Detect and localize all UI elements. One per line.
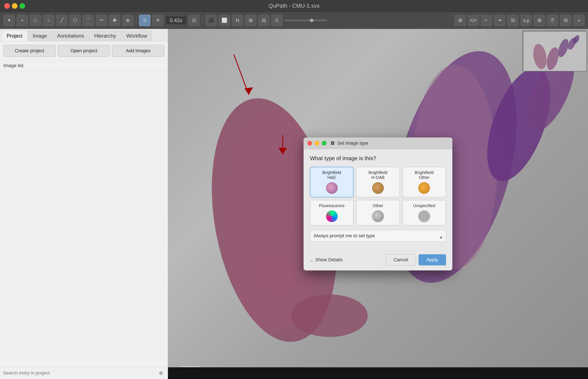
create-project-button[interactable]: Create project (3, 45, 56, 57)
add-images-button[interactable]: Add images (112, 45, 164, 57)
dialog-title-icon: 🖼 (331, 141, 335, 145)
zoom-fit[interactable]: ⊡ (188, 15, 200, 26)
coord-tool[interactable]: x,y (520, 15, 532, 26)
dialog-titlebar: 🖼 Set image type (304, 138, 452, 149)
left-content (0, 71, 168, 367)
type-hdab-label: BrightfieldH-DAB (369, 170, 388, 180)
more-tool[interactable]: » (573, 15, 585, 26)
dialog-max-button[interactable] (322, 141, 327, 145)
dialog-close-button[interactable] (307, 141, 312, 145)
rectangle-tool[interactable]: □ (30, 15, 41, 26)
dialog-footer: ⌄ Show Details Cancel Apply (304, 254, 452, 270)
type-fluorescence[interactable]: Fluorescence (310, 200, 354, 226)
pointer-tool[interactable]: ✦ (3, 15, 15, 26)
main-layout: Project Image Annotations Hierarchy Work… (0, 29, 588, 379)
image-list-label: Image list (0, 60, 168, 71)
ellipse-tool[interactable]: ○ (43, 15, 54, 26)
maximize-button[interactable] (19, 3, 25, 9)
type-unspec-icon (418, 210, 430, 222)
image-type-grid: BrightfieldH&E BrightfieldH-DAB Brightfi… (310, 167, 446, 226)
left-panel: Project Image Annotations Hierarchy Work… (0, 29, 168, 379)
polygon-tool[interactable]: ⬡ (69, 15, 81, 26)
image-area: 2 mm 🖼 Set image type What type of image… (168, 29, 588, 379)
close-button[interactable] (4, 3, 10, 9)
type-bother[interactable]: BrightfieldOther (402, 167, 446, 197)
type-other-label: Other (373, 203, 383, 208)
tab-bar: Project Image Annotations Hierarchy Work… (0, 29, 168, 41)
show-details-label: Show Details (315, 257, 343, 263)
line-tool[interactable]: ╱ (56, 15, 68, 26)
grid-tool[interactable]: ⊟ (258, 15, 270, 26)
type-fluor-label: Fluorescence (319, 203, 344, 208)
toolbar-right: ⊞ </> ⊢ ━ ⊟ x,y ⊞ ⏱ ⊟ » (455, 15, 585, 26)
type-he-icon (326, 182, 338, 194)
app-title: QuPath - CMU-1.svs (268, 2, 320, 9)
type-he-label: BrightfieldH&E (322, 170, 341, 180)
toolbar: ✦ + □ ○ ╱ ⬡ ⌒ 〜 ✤ ⊕ S ☀ 0.42x ⊡ ⬛ ⬜ N ⊞ … (0, 12, 588, 29)
type-fluor-icon (326, 210, 338, 222)
dialog-actions: Cancel Apply (386, 254, 446, 265)
open-project-button[interactable]: Open project (58, 45, 110, 57)
dialog-question: What type of image is this? (310, 155, 446, 162)
cancel-button[interactable]: Cancel (386, 254, 416, 265)
grid3-tool[interactable]: ⊞ (534, 15, 545, 26)
tab-image[interactable]: Image (28, 31, 52, 41)
search-input[interactable] (3, 370, 155, 376)
apply-button[interactable]: Apply (419, 254, 446, 265)
fill-tool[interactable]: ⬛ (205, 15, 217, 26)
dialog-body: What type of image is this? BrightfieldH… (304, 149, 452, 254)
table-view[interactable]: ⊞ (455, 15, 466, 26)
type-other-icon (372, 210, 384, 222)
panel-tool[interactable]: ⊟ (560, 15, 572, 26)
dropdown-wrapper: Always prompt me to set type Never promp… (310, 230, 446, 245)
brightness-slider[interactable] (284, 19, 327, 21)
slider-thumb[interactable] (310, 19, 313, 22)
c-button[interactable]: C (271, 15, 283, 26)
cluster-tool[interactable]: ⊞ (245, 15, 256, 26)
separator-1 (136, 16, 136, 25)
clock-tool[interactable]: ⏱ (547, 15, 558, 26)
dialog-title: Set image type (337, 141, 368, 146)
type-he[interactable]: BrightfieldH&E (310, 167, 354, 197)
type-bother-label: BrightfieldOther (415, 170, 434, 180)
outline-tool[interactable]: ⬜ (219, 15, 230, 26)
action-buttons: Create project Open project Add images (0, 41, 168, 60)
tab-annotations[interactable]: Annotations (52, 31, 89, 41)
minimize-button[interactable] (12, 3, 17, 9)
type-unspecified[interactable]: Unspecified (402, 200, 446, 226)
add-tool[interactable]: + (16, 15, 28, 26)
title-bar: QuPath - CMU-1.svs (0, 0, 588, 12)
tab-project[interactable]: Project (2, 31, 27, 41)
prompt-dropdown[interactable]: Always prompt me to set type Never promp… (310, 230, 446, 241)
code-view[interactable]: </> (468, 15, 479, 26)
brightness-button[interactable]: ☀ (152, 15, 164, 26)
search-button[interactable]: ⊕ (157, 369, 165, 377)
dialog-overlay: 🖼 Set image type What type of image is t… (168, 29, 588, 379)
set-image-type-dialog: 🖼 Set image type What type of image is t… (304, 138, 452, 270)
chevron-icon: ⌄ (310, 257, 313, 262)
tab-workflow[interactable]: Workflow (121, 31, 152, 41)
measure-tool[interactable]: ⊢ (481, 15, 492, 26)
wand-tool[interactable]: ✤ (109, 15, 120, 26)
show-details-button[interactable]: ⌄ Show Details (310, 257, 343, 263)
search-bar: ⊕ (0, 367, 168, 379)
separator-2 (202, 16, 203, 25)
s-button[interactable]: S (139, 15, 150, 26)
window-controls[interactable] (4, 3, 25, 9)
type-unspec-label: Unspecified (413, 203, 435, 208)
freehand-tool[interactable]: 〜 (96, 15, 107, 26)
type-hdab-icon (372, 182, 384, 194)
points-tool[interactable]: ⊕ (122, 15, 133, 26)
polyline-tool[interactable]: ⌒ (82, 15, 94, 26)
n-button[interactable]: N (232, 15, 243, 26)
type-other[interactable]: Other (356, 200, 400, 226)
tab-hierarchy[interactable]: Hierarchy (89, 31, 121, 41)
toolbar-spacer (284, 19, 453, 21)
ruler-tool[interactable]: ━ (494, 15, 506, 26)
dialog-min-button[interactable] (315, 141, 319, 145)
grid-view[interactable]: ⊟ (507, 15, 519, 26)
zoom-display: 0.42x (165, 16, 187, 25)
type-hdab[interactable]: BrightfieldH-DAB (356, 167, 400, 197)
type-bother-icon (418, 182, 430, 194)
